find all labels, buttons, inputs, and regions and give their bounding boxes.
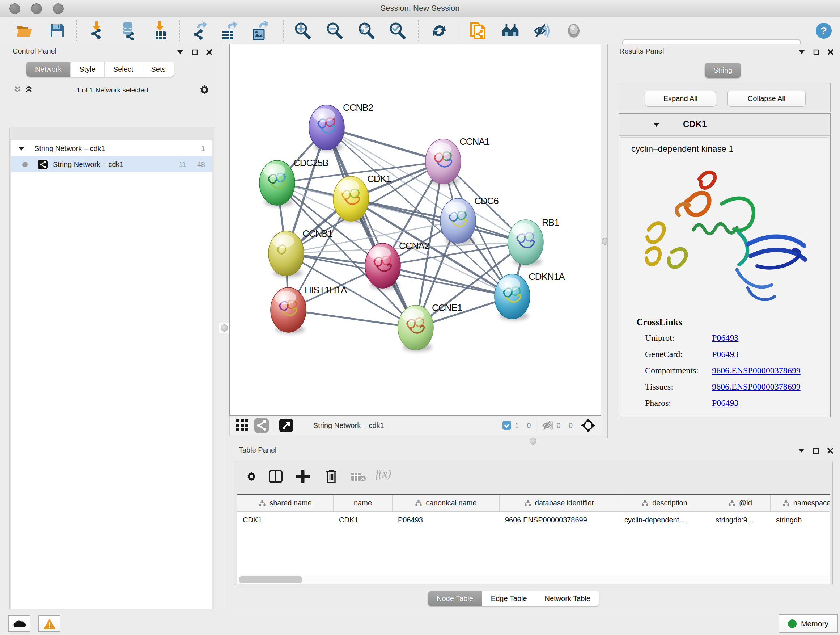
network-collection-row[interactable]: String Network – cdk1 1 [11,141,212,157]
tab-edge-table[interactable]: Edge Table [482,591,536,606]
float-panel-icon[interactable] [192,49,198,55]
save-session-icon[interactable] [48,22,66,40]
crosslink-label: Tissues: [645,382,673,392]
horizontal-splitter-handle[interactable] [530,438,537,445]
hide-graphics-details-icon[interactable] [532,22,551,40]
table-cell[interactable]: CDK1 [237,511,333,528]
export-image-icon[interactable] [251,22,269,40]
close-panel-icon[interactable] [206,49,212,55]
tab-sets[interactable]: Sets [142,62,174,77]
network-node-CCNB1[interactable]: CCNB1 [268,228,333,277]
memory-button[interactable]: Memory [778,614,838,633]
pan-crosshair-icon[interactable] [581,418,596,433]
network-node-CDC6[interactable]: CDC6 [440,195,499,245]
column-header-shared-name[interactable]: shared name [237,495,333,511]
float-panel-icon[interactable] [813,448,819,454]
section-expander-icon[interactable] [653,122,660,127]
column-header-description[interactable]: description [619,495,710,511]
toolbar-separator [283,20,284,41]
delete-column-icon[interactable] [325,469,338,484]
node-section-header[interactable]: CDK1 [619,114,830,136]
panel-menu-icon[interactable] [798,50,805,55]
zoom-in-icon[interactable] [294,22,311,40]
float-panel-icon[interactable] [813,49,819,55]
expand-all-button[interactable]: Expand All [645,90,716,107]
expand-all-chevrons-icon[interactable] [25,86,33,93]
collapse-all-chevrons-icon[interactable] [13,86,21,93]
column-header--id[interactable]: @id [710,495,771,511]
tab-style[interactable]: Style [70,62,104,77]
network-view-icon[interactable] [254,418,269,432]
close-panel-icon[interactable] [827,448,834,454]
tab-network-table[interactable]: Network Table [536,591,599,606]
table-cell[interactable]: P06493 [393,511,500,528]
column-header-namespace[interactable]: namespace [771,495,829,511]
table-options-gear-icon[interactable] [245,470,257,483]
import-table-icon[interactable] [152,22,170,40]
zoom-selected-icon[interactable] [388,22,406,40]
show-graphics-details-icon[interactable] [565,22,583,40]
control-panel-tabs: Network Style Select Sets [27,62,174,77]
import-database-icon[interactable] [119,22,137,40]
network-node-CCNB2[interactable]: CCNB2 [309,102,373,151]
gear-icon[interactable] [198,84,210,96]
network-edge-HIST1H1A-CCNE1[interactable] [288,310,416,328]
close-panel-icon[interactable] [827,49,834,55]
network-node-CDKN1A[interactable]: CDKN1A [494,271,565,320]
add-column-icon[interactable] [296,470,309,483]
network-node-RB1[interactable]: RB1 [508,217,559,266]
grid-view-icon[interactable] [235,418,249,432]
protein-structure-image [628,157,824,318]
open-session-icon[interactable] [16,22,34,40]
selected-checkbox-icon[interactable] [502,421,511,430]
warning-status-button[interactable] [38,615,60,632]
zoom-fit-icon[interactable] [357,22,375,40]
zoom-out-icon[interactable] [325,22,343,40]
table-row[interactable]: CDK1CDK1P064939606.ENSP00000378699cyclin… [237,511,829,528]
show-columns-icon[interactable] [268,470,283,483]
collapse-all-button[interactable]: Collapse All [728,90,806,107]
shared-column-icon [259,500,266,507]
string-document-icon[interactable] [469,22,487,40]
import-network-icon[interactable] [89,22,107,40]
panel-menu-icon[interactable] [177,50,184,55]
home-pages-icon[interactable] [502,22,520,40]
table-cell[interactable]: stringdb:9... [710,511,771,528]
refresh-icon[interactable] [430,22,448,40]
tab-select[interactable]: Select [104,62,142,77]
tab-network[interactable]: Network [27,62,70,77]
export-network-icon[interactable] [190,22,208,40]
tree-expander-icon[interactable] [18,146,25,151]
network-node-CCNA1[interactable]: CCNA1 [425,136,490,185]
cloud-status-button[interactable] [8,615,30,632]
network-node-HIST1H1A[interactable]: HIST1H1A [271,285,347,334]
tab-string[interactable]: String [705,63,741,78]
results-panel-tabs: String [705,63,741,78]
left-splitter-handle[interactable] [219,323,230,333]
column-header-canonical-name[interactable]: canonical name [393,495,500,511]
scrollbar-thumb[interactable] [239,576,302,583]
tab-node-table[interactable]: Node Table [428,591,482,606]
crosslink-value[interactable]: 9606.ENSP00000378699 [712,382,801,392]
table-cell[interactable]: 9606.ENSP00000378699 [500,511,619,528]
column-header-database-identifier[interactable]: database identifier [500,495,619,511]
node-label-CDKN1A: CDKN1A [529,271,565,282]
birds-eye-view-icon[interactable] [279,418,293,432]
crosslink-value[interactable]: P06493 [712,333,738,343]
network-canvas[interactable]: CCNB2CCNA1CDC25BCDK1CDC6RB1CCNB1CCNA2CDK… [229,44,601,416]
toolbar-separator [274,418,274,432]
table-cell[interactable]: cyclin-dependent ... [619,511,710,528]
panel-menu-icon[interactable] [798,448,805,453]
help-icon[interactable]: ? [815,22,833,40]
crosslink-value[interactable]: P06493 [712,398,738,408]
network-row-selected[interactable]: String Network – cdk1 11 48 [11,157,212,172]
network-node-CDK1[interactable]: CDK1 [333,173,391,223]
network-edge-CCNB2-CCNE1[interactable] [327,127,416,328]
table-cell[interactable]: stringdb [771,511,829,528]
crosslink-value[interactable]: P06493 [712,349,738,359]
column-header-name[interactable]: name [333,495,393,511]
export-table-icon[interactable] [220,22,238,40]
crosslink-value[interactable]: 9606.ENSP00000378699 [712,366,801,375]
table-cell[interactable]: CDK1 [333,511,393,528]
network-node-CCNE1[interactable]: CCNE1 [398,302,462,352]
